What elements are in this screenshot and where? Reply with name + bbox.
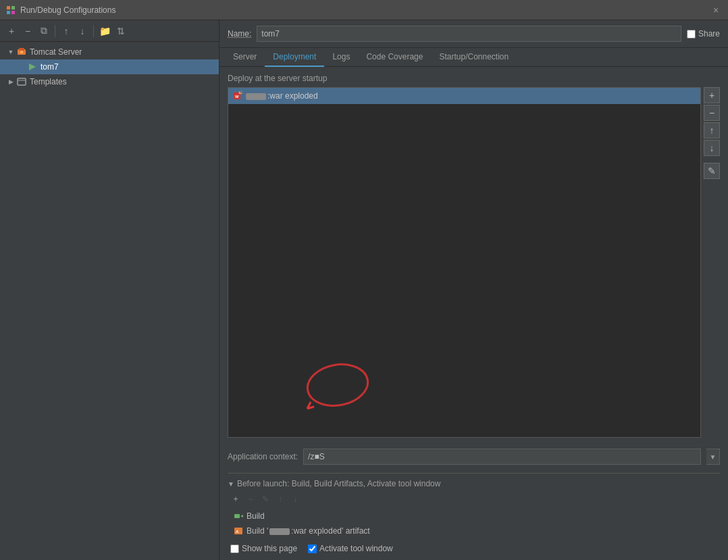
- main-container: + − ⧉ ↑ ↓ 📁 ⇅ ▼ Tomcat Server: [0, 20, 728, 560]
- tab-startup-connection[interactable]: Startup/Connection: [431, 48, 517, 67]
- move-up-button[interactable]: ↑: [59, 24, 74, 39]
- tree-item-tom7[interactable]: tom7: [0, 59, 219, 74]
- config-icon: [27, 61, 38, 72]
- before-launch-items: Build A Build ':war exploded' artifact: [228, 509, 720, 538]
- remove-config-button[interactable]: −: [20, 24, 35, 39]
- bl-add-button[interactable]: +: [229, 492, 242, 506]
- config-tree: ▼ Tomcat Server tom7: [0, 42, 219, 560]
- tabs-row: Server Deployment Logs Code Coverage Sta…: [219, 48, 728, 67]
- tree-group-tomcat[interactable]: ▼ Tomcat Server: [0, 45, 219, 59]
- tab-server[interactable]: Server: [225, 48, 265, 67]
- svg-rect-5: [19, 48, 24, 51]
- copy-config-button[interactable]: ⧉: [36, 24, 51, 39]
- activate-tool-checkbox[interactable]: [308, 544, 317, 553]
- deploy-section-wrap: W :war exploded +: [228, 87, 720, 443]
- share-row: Share: [687, 29, 720, 39]
- svg-text:W: W: [235, 95, 239, 99]
- before-launch-section: ▼ Before launch: Build, Build Artifacts,…: [228, 473, 720, 553]
- bl-item-build-label: Build: [246, 511, 265, 521]
- svg-rect-8: [18, 78, 26, 85]
- deploy-add-button[interactable]: +: [704, 87, 720, 103]
- app-context-label: Application context:: [228, 452, 298, 461]
- svg-marker-15: [240, 515, 243, 517]
- show-page-label: Show this page: [242, 544, 297, 553]
- left-panel: + − ⧉ ↑ ↓ 📁 ⇅ ▼ Tomcat Server: [0, 20, 219, 560]
- share-label: Share: [698, 29, 720, 39]
- build-icon: [233, 511, 244, 521]
- bottom-checkboxes: Show this page Activate tool window: [228, 544, 720, 553]
- bl-item-artifact-label: Build ':war exploded' artifact: [246, 526, 370, 536]
- deploy-list: W :war exploded: [228, 87, 701, 438]
- deploy-item-icon: W: [232, 91, 243, 101]
- tree-indent-tom7: [5, 61, 27, 72]
- before-launch-header: ▼ Before launch: Build, Build Artifacts,…: [228, 479, 720, 488]
- app-context-dropdown[interactable]: ▼: [706, 449, 720, 465]
- svg-rect-0: [7, 6, 10, 9]
- title-bar: Run/Debug Configurations ×: [0, 0, 728, 20]
- svg-rect-14: [234, 514, 240, 518]
- tomcat-group-label: Tomcat Server: [30, 47, 82, 57]
- before-launch-label: Before launch: Build, Build Artifacts, A…: [237, 479, 441, 488]
- deploy-item-redacted: :war exploded: [246, 91, 318, 101]
- app-context-input[interactable]: [303, 449, 701, 465]
- deploy-right-buttons: + − ↑ ↓ ✎: [704, 87, 720, 443]
- templates-icon: [16, 76, 27, 87]
- right-panel: Name: Share Server Deployment Logs Code …: [219, 20, 728, 560]
- before-launch-toolbar: + − ✎ ↑ ↓: [228, 492, 720, 506]
- name-row: Name: Share: [219, 20, 728, 48]
- deploy-list-inner: W :war exploded: [228, 88, 700, 437]
- bl-move-up-button[interactable]: ↑: [274, 492, 287, 506]
- deploy-section-label: Deploy at the server startup: [228, 74, 720, 83]
- bl-move-down-button[interactable]: ↓: [288, 492, 302, 506]
- show-page-checkbox-item: Show this page: [230, 544, 297, 553]
- share-checkbox[interactable]: [687, 30, 696, 39]
- close-button[interactable]: ×: [709, 3, 723, 17]
- window-icon: [5, 5, 16, 16]
- tom7-label: tom7: [41, 62, 59, 72]
- toolbar-separator-2: [93, 25, 94, 37]
- svg-rect-6: [20, 51, 23, 53]
- deployment-content: Deploy at the server startup W: [219, 67, 728, 560]
- name-label: Name:: [228, 29, 251, 39]
- svg-rect-2: [7, 11, 10, 14]
- templates-label: Templates: [30, 77, 67, 86]
- tab-code-coverage[interactable]: Code Coverage: [358, 48, 431, 67]
- activate-tool-label: Activate tool window: [319, 544, 393, 553]
- show-page-checkbox[interactable]: [230, 544, 239, 553]
- activate-tool-checkbox-item: Activate tool window: [308, 544, 393, 553]
- toolbar-separator: [55, 25, 55, 37]
- bl-edit-button[interactable]: ✎: [259, 492, 272, 506]
- app-context-row: Application context: ▼: [228, 449, 720, 465]
- bl-item-artifact[interactable]: A Build ':war exploded' artifact: [228, 524, 720, 538]
- svg-text:A: A: [236, 530, 239, 534]
- sort-button[interactable]: ⇅: [113, 24, 128, 39]
- tree-arrow-templates: ▶: [5, 76, 16, 87]
- move-down-button[interactable]: ↓: [75, 24, 90, 39]
- svg-rect-3: [11, 11, 15, 14]
- deploy-remove-button[interactable]: −: [704, 105, 720, 121]
- folder-button[interactable]: 📁: [97, 24, 112, 39]
- deploy-move-down-button[interactable]: ↓: [704, 140, 720, 156]
- svg-marker-12: [239, 91, 242, 94]
- tab-deployment[interactable]: Deployment: [265, 48, 324, 67]
- bl-remove-button[interactable]: −: [244, 492, 257, 506]
- tab-logs[interactable]: Logs: [324, 48, 358, 67]
- deploy-edit-button[interactable]: ✎: [704, 163, 720, 179]
- deploy-item-war[interactable]: W :war exploded: [228, 88, 700, 104]
- deploy-move-up-button[interactable]: ↑: [704, 122, 720, 138]
- artifact-icon: A: [233, 526, 244, 536]
- svg-rect-1: [11, 6, 15, 9]
- bl-item-build[interactable]: Build: [228, 509, 720, 524]
- add-config-button[interactable]: +: [4, 24, 19, 39]
- svg-marker-7: [29, 63, 36, 70]
- tree-item-templates[interactable]: ▶ Templates: [0, 74, 219, 89]
- window-title: Run/Debug Configurations: [20, 5, 709, 15]
- name-input[interactable]: [257, 26, 681, 42]
- tree-arrow-tomcat: ▼: [5, 47, 16, 57]
- before-launch-collapse[interactable]: ▼: [228, 480, 234, 488]
- tomcat-group-icon: [16, 47, 27, 57]
- left-toolbar: + − ⧉ ↑ ↓ 📁 ⇅: [0, 20, 219, 42]
